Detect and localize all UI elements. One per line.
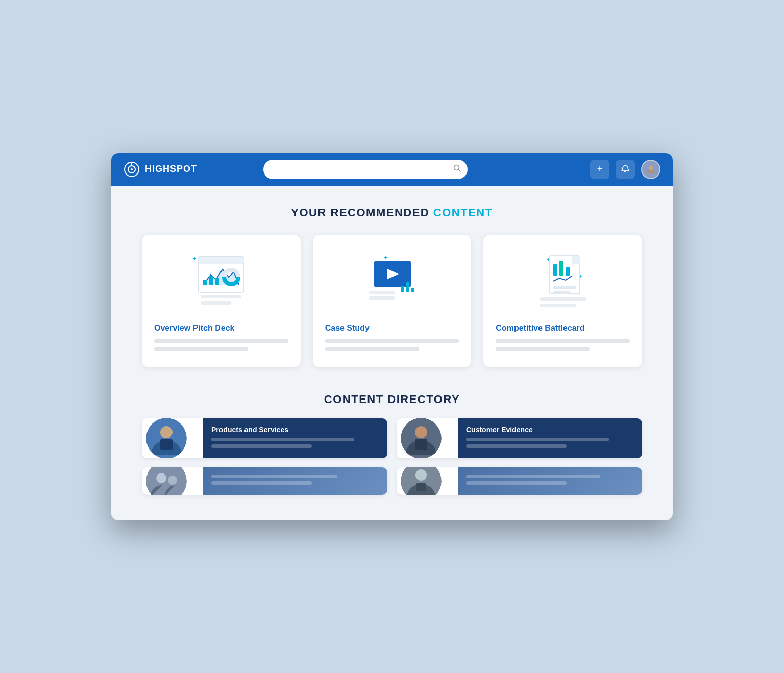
item3-line2 xyxy=(211,481,312,485)
recommended-title: YOUR RECOMMENDED CONTENT xyxy=(142,206,642,219)
products-avatar-area xyxy=(142,418,183,458)
svg-rect-31 xyxy=(559,261,564,276)
search-icon xyxy=(453,164,461,175)
case-study-illustration: ✦ ✦ xyxy=(325,249,459,315)
evidence-line2 xyxy=(466,444,567,448)
battlecard-title: Competitive Battlecard xyxy=(496,323,584,333)
svg-text:✦: ✦ xyxy=(192,255,197,262)
svg-rect-32 xyxy=(566,267,570,276)
products-avatar-img xyxy=(146,418,187,458)
svg-point-38 xyxy=(160,426,173,438)
item3-content xyxy=(203,467,387,495)
svg-text:✦: ✦ xyxy=(383,254,388,261)
evidence-avatar-img xyxy=(401,418,442,458)
products-content: Products and Services xyxy=(203,418,387,458)
case-study-line1 xyxy=(325,339,459,343)
item3-line1 xyxy=(211,475,337,478)
svg-rect-42 xyxy=(415,439,427,450)
pitch-deck-card[interactable]: ✦ xyxy=(142,235,301,367)
svg-point-41 xyxy=(415,426,427,438)
svg-rect-15 xyxy=(201,295,241,298)
products-label: Products and Services xyxy=(211,426,379,434)
svg-rect-34 xyxy=(553,291,570,294)
svg-rect-35 xyxy=(540,297,586,301)
item4-line1 xyxy=(466,475,600,478)
svg-rect-22 xyxy=(369,296,395,300)
search-input[interactable] xyxy=(263,160,468,179)
logo-area: HIGHSPOT xyxy=(124,161,197,178)
item3-avatar-img xyxy=(146,467,187,495)
directory-item-3[interactable] xyxy=(142,467,387,495)
evidence-line1 xyxy=(466,438,609,441)
svg-rect-30 xyxy=(553,264,557,276)
svg-rect-14 xyxy=(215,278,219,285)
directory-item-products[interactable]: Products and Services xyxy=(142,418,387,458)
svg-rect-33 xyxy=(553,286,576,289)
svg-point-44 xyxy=(156,473,166,483)
svg-rect-39 xyxy=(160,439,173,450)
battlecard-illustration: ✦ ✦ xyxy=(496,249,630,315)
logo-text: HIGHSPOT xyxy=(145,164,197,175)
directory-title: CONTENT DIRECTORY xyxy=(142,393,642,406)
products-line1 xyxy=(211,438,354,441)
item4-line2 xyxy=(466,481,567,485)
item4-avatar-area xyxy=(397,467,437,495)
svg-rect-21 xyxy=(369,291,395,294)
svg-point-2 xyxy=(131,168,133,170)
svg-rect-24 xyxy=(406,282,409,292)
directory-grid: Products and Services xyxy=(142,418,642,495)
svg-rect-16 xyxy=(201,301,231,305)
case-study-title: Case Study xyxy=(325,323,370,333)
add-button[interactable]: + xyxy=(590,160,609,179)
user-avatar[interactable] xyxy=(641,160,660,179)
search-bar-container xyxy=(263,160,468,179)
svg-rect-36 xyxy=(540,304,576,307)
svg-rect-29 xyxy=(572,256,580,264)
nav-actions: + xyxy=(590,160,660,179)
main-content: YOUR RECOMMENDED CONTENT ✦ xyxy=(111,186,673,520)
item4-avatar-img xyxy=(401,467,442,495)
notification-button[interactable] xyxy=(616,160,635,179)
evidence-label: Customer Evidence xyxy=(466,426,634,434)
svg-rect-48 xyxy=(416,483,426,491)
case-study-line2 xyxy=(325,347,419,351)
content-cards-row: ✦ xyxy=(142,235,642,367)
pitch-deck-illustration: ✦ xyxy=(154,249,288,315)
svg-point-45 xyxy=(168,476,177,485)
navbar: HIGHSPOT + xyxy=(111,153,673,186)
svg-point-47 xyxy=(415,469,427,481)
pitch-deck-line1 xyxy=(154,339,288,343)
directory-item-evidence[interactable]: Customer Evidence xyxy=(397,418,642,458)
svg-rect-12 xyxy=(203,280,207,285)
highspot-logo-icon xyxy=(124,161,140,178)
item3-avatar-area xyxy=(142,467,183,495)
battlecard-line2 xyxy=(496,347,590,351)
browser-window: HIGHSPOT + xyxy=(111,153,673,520)
pitch-deck-title: Overview Pitch Deck xyxy=(154,323,234,333)
evidence-avatar-area xyxy=(397,418,437,458)
directory-item-4[interactable] xyxy=(397,467,642,495)
item4-content xyxy=(458,467,642,495)
svg-rect-9 xyxy=(198,257,244,264)
case-study-card[interactable]: ✦ ✦ Case Study xyxy=(313,235,472,367)
pitch-deck-line2 xyxy=(154,347,248,351)
battlecard-line1 xyxy=(496,339,630,343)
products-line2 xyxy=(211,444,312,448)
svg-rect-23 xyxy=(401,286,404,292)
svg-rect-25 xyxy=(411,288,414,292)
battlecard-card[interactable]: ✦ ✦ xyxy=(483,235,642,367)
svg-rect-13 xyxy=(209,276,213,285)
svg-point-6 xyxy=(649,166,653,170)
svg-line-5 xyxy=(459,169,461,171)
evidence-content: Customer Evidence xyxy=(458,418,642,458)
